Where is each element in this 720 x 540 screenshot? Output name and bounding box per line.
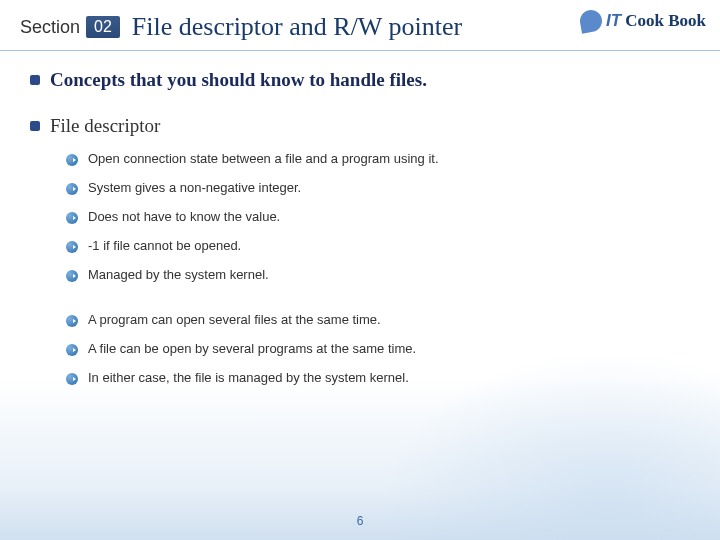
section-label: Section xyxy=(20,17,80,38)
slide-content: Concepts that you should know to handle … xyxy=(0,51,720,385)
brand-logo: IT Cook Book xyxy=(580,10,706,32)
round-bullet-icon xyxy=(66,154,78,166)
round-bullet-icon xyxy=(66,373,78,385)
round-bullet-icon xyxy=(66,212,78,224)
point-text: System gives a non-negative integer. xyxy=(88,180,301,195)
topic-text: File descriptor xyxy=(50,115,160,137)
square-bullet-icon xyxy=(30,121,40,131)
round-bullet-icon xyxy=(66,241,78,253)
group-separator xyxy=(66,296,690,312)
point-text: Open connection state between a file and… xyxy=(88,151,439,166)
list-item: In either case, the file is managed by t… xyxy=(66,370,690,385)
intro-text: Concepts that you should know to handle … xyxy=(50,69,427,91)
list-item: System gives a non-negative integer. xyxy=(66,180,690,195)
point-text: Managed by the system kernel. xyxy=(88,267,269,282)
point-text: In either case, the file is managed by t… xyxy=(88,370,409,385)
intro-line: Concepts that you should know to handle … xyxy=(30,69,690,91)
round-bullet-icon xyxy=(66,315,78,327)
list-item: A program can open several files at the … xyxy=(66,312,690,327)
square-bullet-icon xyxy=(30,75,40,85)
point-text: Does not have to know the value. xyxy=(88,209,280,224)
points-group-a: Open connection state between a file and… xyxy=(66,151,690,385)
list-item: Does not have to know the value. xyxy=(66,209,690,224)
brand-swoosh-icon xyxy=(578,8,603,33)
slide-header: Section 02 File descriptor and R/W point… xyxy=(0,0,720,51)
list-item: -1 if file cannot be opened. xyxy=(66,238,690,253)
slide-title: File descriptor and R/W pointer xyxy=(132,12,462,42)
round-bullet-icon xyxy=(66,270,78,282)
brand-it-text: IT xyxy=(606,11,621,31)
topic-line: File descriptor xyxy=(30,115,690,137)
brand-cook-text: Cook Book xyxy=(625,11,706,31)
round-bullet-icon xyxy=(66,183,78,195)
point-text: A file can be open by several programs a… xyxy=(88,341,416,356)
round-bullet-icon xyxy=(66,344,78,356)
list-item: Managed by the system kernel. xyxy=(66,267,690,282)
list-item: Open connection state between a file and… xyxy=(66,151,690,166)
page-number: 6 xyxy=(357,514,364,528)
section-number-badge: 02 xyxy=(86,16,120,38)
point-text: -1 if file cannot be opened. xyxy=(88,238,241,253)
point-text: A program can open several files at the … xyxy=(88,312,381,327)
list-item: A file can be open by several programs a… xyxy=(66,341,690,356)
